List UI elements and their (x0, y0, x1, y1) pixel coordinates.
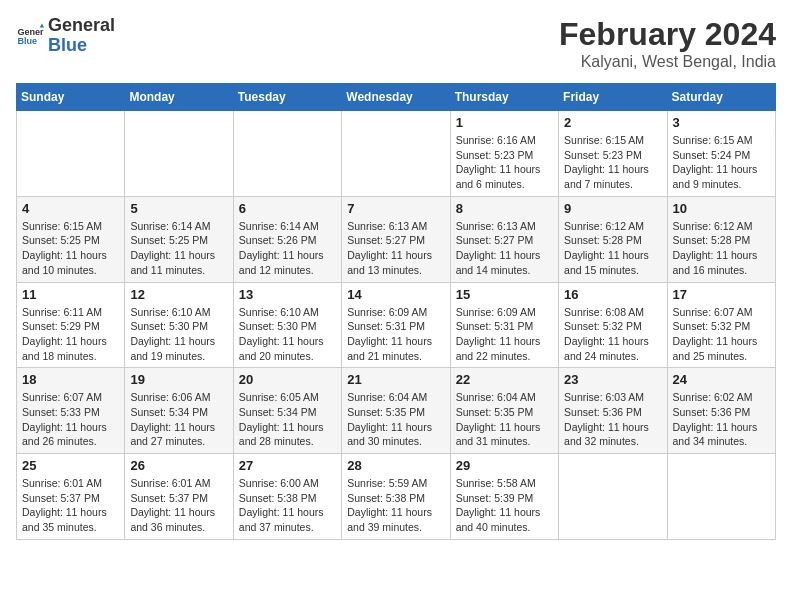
header-cell-saturday: Saturday (667, 84, 775, 111)
day-number: 22 (456, 372, 553, 387)
day-cell (559, 454, 667, 540)
day-info: Sunrise: 6:07 AMSunset: 5:32 PMDaylight:… (673, 305, 770, 364)
day-info: Sunrise: 6:08 AMSunset: 5:32 PMDaylight:… (564, 305, 661, 364)
day-info: Sunrise: 6:11 AMSunset: 5:29 PMDaylight:… (22, 305, 119, 364)
day-info: Sunrise: 6:05 AMSunset: 5:34 PMDaylight:… (239, 390, 336, 449)
day-number: 1 (456, 115, 553, 130)
day-info: Sunrise: 6:03 AMSunset: 5:36 PMDaylight:… (564, 390, 661, 449)
day-cell: 3Sunrise: 6:15 AMSunset: 5:24 PMDaylight… (667, 111, 775, 197)
day-number: 29 (456, 458, 553, 473)
day-info: Sunrise: 6:02 AMSunset: 5:36 PMDaylight:… (673, 390, 770, 449)
page-subtitle: Kalyani, West Bengal, India (559, 53, 776, 71)
svg-text:General: General (17, 26, 44, 36)
day-cell: 15Sunrise: 6:09 AMSunset: 5:31 PMDayligh… (450, 282, 558, 368)
day-info: Sunrise: 6:13 AMSunset: 5:27 PMDaylight:… (456, 219, 553, 278)
day-cell: 23Sunrise: 6:03 AMSunset: 5:36 PMDayligh… (559, 368, 667, 454)
header-cell-sunday: Sunday (17, 84, 125, 111)
day-cell: 28Sunrise: 5:59 AMSunset: 5:38 PMDayligh… (342, 454, 450, 540)
header-cell-monday: Monday (125, 84, 233, 111)
calendar-header: SundayMondayTuesdayWednesdayThursdayFrid… (17, 84, 776, 111)
day-info: Sunrise: 6:12 AMSunset: 5:28 PMDaylight:… (564, 219, 661, 278)
day-info: Sunrise: 6:16 AMSunset: 5:23 PMDaylight:… (456, 133, 553, 192)
day-cell: 10Sunrise: 6:12 AMSunset: 5:28 PMDayligh… (667, 196, 775, 282)
day-cell: 25Sunrise: 6:01 AMSunset: 5:37 PMDayligh… (17, 454, 125, 540)
day-info: Sunrise: 5:58 AMSunset: 5:39 PMDaylight:… (456, 476, 553, 535)
day-number: 14 (347, 287, 444, 302)
day-info: Sunrise: 6:06 AMSunset: 5:34 PMDaylight:… (130, 390, 227, 449)
day-number: 28 (347, 458, 444, 473)
day-number: 26 (130, 458, 227, 473)
day-info: Sunrise: 6:09 AMSunset: 5:31 PMDaylight:… (347, 305, 444, 364)
day-number: 7 (347, 201, 444, 216)
day-info: Sunrise: 6:10 AMSunset: 5:30 PMDaylight:… (130, 305, 227, 364)
day-info: Sunrise: 6:10 AMSunset: 5:30 PMDaylight:… (239, 305, 336, 364)
day-cell: 13Sunrise: 6:10 AMSunset: 5:30 PMDayligh… (233, 282, 341, 368)
logo-text: General Blue (48, 16, 115, 56)
header-cell-friday: Friday (559, 84, 667, 111)
day-number: 24 (673, 372, 770, 387)
day-number: 27 (239, 458, 336, 473)
calendar: SundayMondayTuesdayWednesdayThursdayFrid… (16, 83, 776, 540)
day-cell (17, 111, 125, 197)
svg-text:Blue: Blue (17, 36, 37, 46)
day-cell: 24Sunrise: 6:02 AMSunset: 5:36 PMDayligh… (667, 368, 775, 454)
day-cell: 26Sunrise: 6:01 AMSunset: 5:37 PMDayligh… (125, 454, 233, 540)
day-cell: 20Sunrise: 6:05 AMSunset: 5:34 PMDayligh… (233, 368, 341, 454)
header-cell-wednesday: Wednesday (342, 84, 450, 111)
day-cell: 6Sunrise: 6:14 AMSunset: 5:26 PMDaylight… (233, 196, 341, 282)
day-info: Sunrise: 6:15 AMSunset: 5:25 PMDaylight:… (22, 219, 119, 278)
day-info: Sunrise: 6:15 AMSunset: 5:23 PMDaylight:… (564, 133, 661, 192)
day-cell: 5Sunrise: 6:14 AMSunset: 5:25 PMDaylight… (125, 196, 233, 282)
day-number: 21 (347, 372, 444, 387)
header: General Blue General Blue February 2024 … (16, 16, 776, 71)
day-number: 10 (673, 201, 770, 216)
week-row-3: 18Sunrise: 6:07 AMSunset: 5:33 PMDayligh… (17, 368, 776, 454)
day-cell: 14Sunrise: 6:09 AMSunset: 5:31 PMDayligh… (342, 282, 450, 368)
day-cell: 4Sunrise: 6:15 AMSunset: 5:25 PMDaylight… (17, 196, 125, 282)
day-info: Sunrise: 6:09 AMSunset: 5:31 PMDaylight:… (456, 305, 553, 364)
week-row-4: 25Sunrise: 6:01 AMSunset: 5:37 PMDayligh… (17, 454, 776, 540)
day-number: 23 (564, 372, 661, 387)
week-row-0: 1Sunrise: 6:16 AMSunset: 5:23 PMDaylight… (17, 111, 776, 197)
day-cell: 29Sunrise: 5:58 AMSunset: 5:39 PMDayligh… (450, 454, 558, 540)
page-title: February 2024 (559, 16, 776, 53)
header-cell-thursday: Thursday (450, 84, 558, 111)
day-number: 18 (22, 372, 119, 387)
day-number: 12 (130, 287, 227, 302)
day-cell: 9Sunrise: 6:12 AMSunset: 5:28 PMDaylight… (559, 196, 667, 282)
day-number: 15 (456, 287, 553, 302)
day-number: 16 (564, 287, 661, 302)
title-area: February 2024 Kalyani, West Bengal, Indi… (559, 16, 776, 71)
day-cell: 19Sunrise: 6:06 AMSunset: 5:34 PMDayligh… (125, 368, 233, 454)
day-cell (233, 111, 341, 197)
day-number: 2 (564, 115, 661, 130)
day-cell: 11Sunrise: 6:11 AMSunset: 5:29 PMDayligh… (17, 282, 125, 368)
day-number: 20 (239, 372, 336, 387)
day-cell: 12Sunrise: 6:10 AMSunset: 5:30 PMDayligh… (125, 282, 233, 368)
day-cell: 22Sunrise: 6:04 AMSunset: 5:35 PMDayligh… (450, 368, 558, 454)
day-number: 8 (456, 201, 553, 216)
day-info: Sunrise: 6:13 AMSunset: 5:27 PMDaylight:… (347, 219, 444, 278)
day-number: 25 (22, 458, 119, 473)
day-number: 4 (22, 201, 119, 216)
day-cell: 16Sunrise: 6:08 AMSunset: 5:32 PMDayligh… (559, 282, 667, 368)
day-info: Sunrise: 6:15 AMSunset: 5:24 PMDaylight:… (673, 133, 770, 192)
day-number: 19 (130, 372, 227, 387)
day-cell: 27Sunrise: 6:00 AMSunset: 5:38 PMDayligh… (233, 454, 341, 540)
day-number: 6 (239, 201, 336, 216)
logo-line1: General (48, 16, 115, 36)
logo-line2: Blue (48, 36, 115, 56)
day-info: Sunrise: 6:12 AMSunset: 5:28 PMDaylight:… (673, 219, 770, 278)
day-cell: 8Sunrise: 6:13 AMSunset: 5:27 PMDaylight… (450, 196, 558, 282)
logo: General Blue General Blue (16, 16, 115, 56)
day-cell: 18Sunrise: 6:07 AMSunset: 5:33 PMDayligh… (17, 368, 125, 454)
day-cell: 21Sunrise: 6:04 AMSunset: 5:35 PMDayligh… (342, 368, 450, 454)
day-info: Sunrise: 6:04 AMSunset: 5:35 PMDaylight:… (456, 390, 553, 449)
day-cell: 17Sunrise: 6:07 AMSunset: 5:32 PMDayligh… (667, 282, 775, 368)
day-info: Sunrise: 6:01 AMSunset: 5:37 PMDaylight:… (130, 476, 227, 535)
day-cell: 1Sunrise: 6:16 AMSunset: 5:23 PMDaylight… (450, 111, 558, 197)
logo-icon: General Blue (16, 22, 44, 50)
day-number: 9 (564, 201, 661, 216)
svg-marker-2 (40, 23, 44, 27)
week-row-1: 4Sunrise: 6:15 AMSunset: 5:25 PMDaylight… (17, 196, 776, 282)
